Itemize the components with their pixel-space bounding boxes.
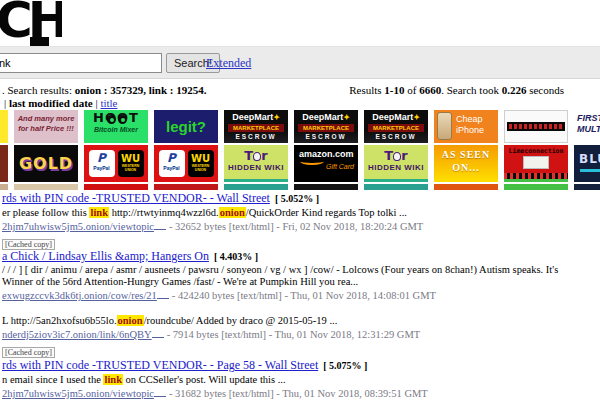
red-text-strip — [507, 122, 565, 131]
banner-as-seen-on[interactable]: AS SEEN ON... — [434, 145, 498, 182]
result-url-link[interactable]: 2hjm7uhwisw5jm5.onion/viewtopic — [2, 388, 154, 399]
search-bar-band: Search! Extended — [0, 46, 600, 79]
result-meta: - 7914 bytes [text/html] - Thu, 01 Nov 2… — [167, 329, 421, 340]
owl-eye-icon — [107, 115, 116, 124]
western-union-logo: WUWESTERN UNION — [118, 150, 144, 177]
paypal-logo: PPayPal — [89, 150, 115, 177]
western-union-logo: WUWESTERN UNION — [188, 150, 214, 177]
result-snippet-line2: Winner of the 56rd Attention-Hungry Game… — [2, 276, 598, 288]
banner-deepmart-2[interactable]: DeepMart✦ MARKETPLACE ESCROW — [294, 110, 358, 143]
highlighted-term: link — [103, 374, 123, 385]
banner-limeconnection[interactable]: Limeconnection — [504, 145, 568, 182]
result-url-link[interactable]: nderdj5ziov3ic7.onion/link/6nQBY — [2, 329, 152, 340]
result-title-link[interactable]: rds with PIN code -TRUSTED VENDOR- - Wal… — [2, 191, 270, 205]
banner-first-multi[interactable]: FIRST MULTI — [574, 110, 600, 143]
banner-tor-hidden-wiki-2[interactable]: Tr HIDDEN WIKI — [364, 145, 428, 182]
search-input[interactable] — [0, 53, 162, 73]
banner-partial-left-bottom[interactable] — [0, 145, 8, 182]
stats-left-label: . Search results: — [2, 84, 75, 96]
sort-by-title-link[interactable]: title — [100, 97, 117, 109]
cyan-text-bar — [580, 169, 600, 172]
results-total: 6660 — [419, 84, 441, 96]
torch-logo[interactable]: TORCH — [0, 0, 62, 50]
banner-paypal-westernunion-2[interactable]: PPayPal WUWESTERN UNION — [154, 145, 218, 182]
sort-options: | last modified date | title — [4, 97, 118, 109]
result-snippet: er please follow this link http://rtwtyi… — [2, 206, 598, 219]
banner-partial-left-top[interactable] — [0, 110, 8, 143]
limeconnection-photo — [523, 156, 549, 169]
search-result-4: rds with PIN code -TRUSTED VENDOR- - Pag… — [2, 358, 598, 400]
banner-half-price-promo[interactable]: And many more for half Price !!! — [14, 110, 78, 143]
result-url-link[interactable]: 2hjm7uhwisw5jm5.onion/viewtopic — [2, 221, 154, 232]
result-score: [ 5.052% ] — [275, 193, 319, 204]
result-score: [ 4.403% ] — [214, 251, 258, 262]
spark-icon: ✦ — [273, 113, 280, 122]
extended-search-link[interactable]: Extended — [206, 56, 251, 71]
highlighted-term: link — [89, 207, 109, 218]
search-results-counts: . Search results: onion : 357329, link :… — [2, 84, 206, 96]
result-url-line: exwugzccvk3dk6tj.onion/cow/res/21- 42424… — [2, 290, 598, 302]
stats-left-counts: onion : 357329, link : 19254. — [75, 84, 207, 96]
search-time: 0.226 — [502, 84, 527, 96]
result-meta: - 32652 bytes [text/html] - Fri, 02 Nov … — [169, 221, 423, 232]
result-snippet: n email since I used the link on CCSelle… — [2, 373, 598, 386]
paypal-logo: PPayPal — [159, 150, 185, 177]
result-url-line: 2hjm7uhwisw5jm5.onion/viewtopic- 32652 b… — [2, 221, 598, 233]
cached-copy-link[interactable]: [Cached copy] — [2, 347, 55, 358]
result-url-link[interactable]: exwugzccvk3dk6tj.onion/cow/res/21 — [2, 290, 157, 301]
iphone-image — [437, 112, 452, 140]
banner-row-top: And many more for half Price !!! HOOT Bi… — [0, 110, 600, 143]
spark-icon: ✦ — [413, 113, 420, 122]
result-meta: - 424240 bytes [text/html] - Thu, 01 Nov… — [172, 290, 436, 301]
banner-black-strip-ad[interactable] — [504, 110, 568, 143]
banner-tor-hidden-wiki-1[interactable]: Tr HIDDEN WIKI — [224, 145, 288, 182]
result-meta: - 31682 bytes [text/html] - Thu, 01 Nov … — [169, 388, 428, 399]
results-range-stats: Results 1-10 of 6660. Search took 0.226 … — [349, 84, 564, 96]
banner-blu-crypto[interactable]: BLU — [574, 145, 600, 182]
result-url-line: 2hjm7uhwisw5jm5.onion/viewtopic- 31682 b… — [2, 388, 598, 400]
torch-search-results-page: TORCH Search! Extended . Search results:… — [0, 0, 600, 400]
search-result-1: rds with PIN code -TRUSTED VENDOR- - Wal… — [2, 191, 598, 251]
owl-eye-icon — [118, 115, 127, 124]
spark-icon: ✦ — [343, 113, 350, 122]
result-snippet: L http://5an2hxofsu6b55lo.onion/roundcub… — [2, 314, 598, 327]
search-result-3: L http://5an2hxofsu6b55lo.onion/roundcub… — [2, 314, 598, 359]
sort-last-modified-date: last modified date — [9, 97, 93, 109]
search-result-2: a Chick / Lindsay Ellis &amp; Hangers On… — [2, 249, 598, 302]
highlighted-term: onion — [117, 315, 144, 326]
result-title-link[interactable]: rds with PIN code -TRUSTED VENDOR- - Pag… — [2, 358, 318, 372]
banner-cheap-iphone[interactable]: Cheap iPhone — [434, 110, 498, 143]
result-snippet-line1: / / / ] [ dir / animu / arepa / asmr / a… — [2, 264, 598, 276]
torch-logo-leg — [30, 37, 49, 46]
banner-paypal-westernunion-1[interactable]: PPayPal WUWESTERN UNION — [84, 145, 148, 182]
banner-deepmart-1[interactable]: DeepMart✦ MARKETPLACE ESCROW — [224, 110, 288, 143]
result-score: [ 5.075% ] — [323, 360, 367, 371]
banner-gold[interactable]: GOLD — [14, 145, 78, 182]
banner-hoot-bitcoin-mixer[interactable]: HOOT Bitcoin Mixer — [84, 110, 148, 143]
banner-amazon-gift-card[interactable]: amazon.com Gift Card — [294, 145, 358, 182]
amazon-smile-icon — [300, 158, 324, 165]
banner-deepmart-3[interactable]: DeepMart✦ MARKETPLACE ESCROW — [364, 110, 428, 143]
results-range: 1-10 — [384, 84, 404, 96]
highlighted-term: onion — [219, 207, 246, 218]
banner-row-clipped — [0, 184, 600, 190]
banner-legit[interactable]: legit? — [154, 110, 218, 143]
result-url-line: nderdj5ziov3ic7.onion/link/6nQBY- 7914 b… — [2, 329, 598, 341]
result-title-link[interactable]: a Chick / Lindsay Ellis &amp; Hangers On — [2, 249, 209, 263]
banner-row-bottom: GOLD PPayPal WUWESTERN UNION PPayPal WUW… — [0, 145, 600, 182]
